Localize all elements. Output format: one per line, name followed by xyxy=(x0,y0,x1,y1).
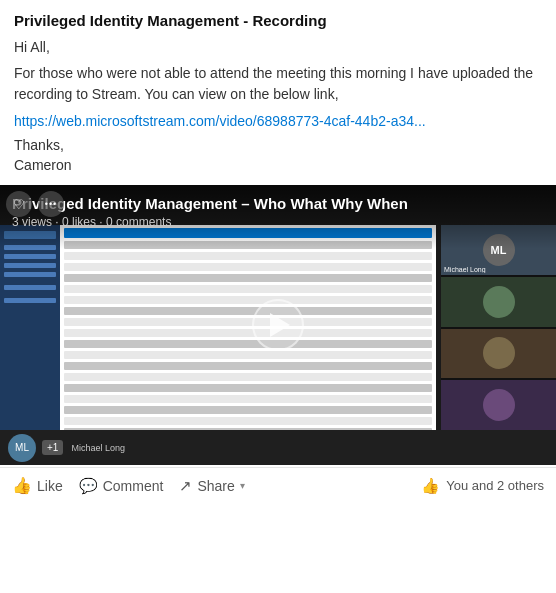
reactions-right: 👍 You and 2 others xyxy=(421,477,544,495)
chevron-down-icon: ▾ xyxy=(240,480,245,491)
share-icon: ↗ xyxy=(179,477,192,495)
bottom-avatar-1: ML xyxy=(8,434,36,462)
heart-button[interactable]: ♡ xyxy=(6,191,32,217)
video-title: Privileged Identity Management – Who Wha… xyxy=(12,195,544,212)
body-text: For those who were not able to attend th… xyxy=(14,63,542,105)
share-label: Share xyxy=(197,478,234,494)
avatar-1-initials: ML xyxy=(15,442,29,453)
post-title: Privileged Identity Management - Recordi… xyxy=(14,12,542,29)
post-container: Privileged Identity Management - Recordi… xyxy=(0,0,556,173)
plus-count: +1 xyxy=(47,442,58,453)
like-label: Like xyxy=(37,478,63,494)
more-button[interactable]: ••• xyxy=(38,191,64,217)
thumbs-up-icon: 👍 xyxy=(12,476,32,495)
video-stats: 3 views · 0 likes · 0 comments xyxy=(12,215,544,229)
share-button[interactable]: ↗ Share ▾ xyxy=(179,477,244,495)
comment-label: Comment xyxy=(103,478,164,494)
more-icon: ••• xyxy=(45,199,57,209)
heart-icon: ♡ xyxy=(13,197,25,212)
play-icon xyxy=(270,313,290,337)
like-button[interactable]: 👍 Like xyxy=(12,476,63,495)
reactions-bar: 👍 Like 💬 Comment ↗ Share ▾ 👍 You and 2 o… xyxy=(0,467,556,503)
stream-link[interactable]: https://web.microsoftstream.com/video/68… xyxy=(14,113,542,129)
you-and-others: You and 2 others xyxy=(446,478,544,493)
video-bottom-bar: ML +1 Michael Long xyxy=(0,430,556,465)
thanks-text: Thanks, xyxy=(14,137,542,153)
comment-icon: 💬 xyxy=(79,477,98,495)
video-embed[interactable]: Privileged Identity Management – Who Wha… xyxy=(0,185,556,465)
video-header: Privileged Identity Management – Who Wha… xyxy=(0,185,556,249)
author-name: Cameron xyxy=(14,157,542,173)
play-button[interactable] xyxy=(252,299,304,351)
reactions-left: 👍 Like 💬 Comment ↗ Share ▾ xyxy=(12,476,245,495)
greeting: Hi All, xyxy=(14,39,542,55)
plus-badge: +1 xyxy=(42,440,63,455)
comment-button[interactable]: 💬 Comment xyxy=(79,477,164,495)
video-controls-top: ♡ ••• xyxy=(6,191,64,217)
bottom-name: Michael Long xyxy=(71,443,125,453)
right-thumbs-icon: 👍 xyxy=(421,477,440,495)
